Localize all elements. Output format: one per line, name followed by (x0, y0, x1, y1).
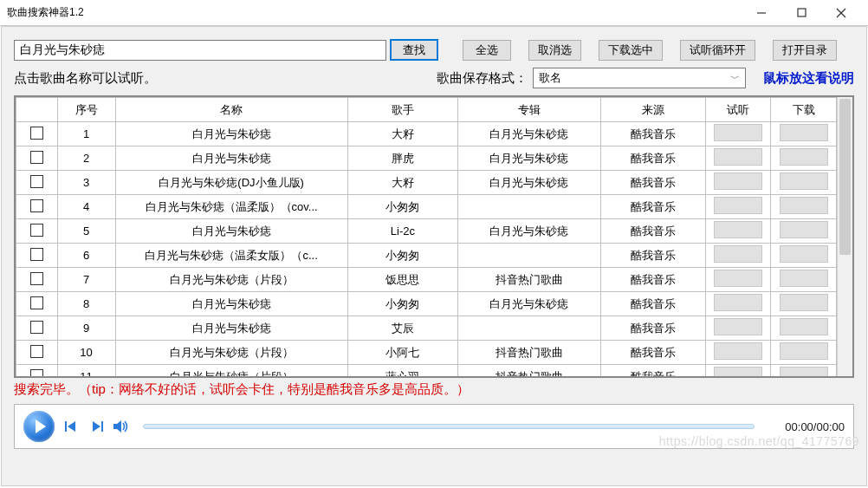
cell-name[interactable]: 白月光与朱砂痣（片段） (115, 268, 347, 292)
cell-album (458, 244, 600, 268)
instructions-link[interactable]: 鼠标放这看说明 (763, 70, 854, 87)
preview-button[interactable] (714, 367, 762, 376)
cell-name[interactable]: 白月光与朱砂痣 (115, 292, 347, 316)
preview-button[interactable] (714, 270, 762, 287)
click-hint: 点击歌曲名称可以试听。 (14, 70, 157, 87)
cell-name[interactable]: 白月光与朱砂痣 (115, 219, 347, 244)
svg-rect-4 (65, 421, 67, 432)
cell-name[interactable]: 白月光与朱砂痣 (115, 122, 347, 146)
close-button[interactable] (821, 0, 861, 26)
cell-idx: 2 (57, 146, 115, 171)
format-select[interactable]: 歌名 ﹀ (533, 68, 746, 88)
open-dir-button[interactable]: 打开目录 (773, 40, 837, 61)
preview-button[interactable] (714, 148, 762, 166)
cell-name[interactable]: 白月光与朱砂痣（温柔女版）（c... (115, 244, 347, 268)
cell-name[interactable]: 白月光与朱砂痣（片段） (115, 341, 347, 365)
play-button[interactable] (23, 411, 55, 442)
cell-idx: 8 (57, 292, 115, 316)
cell-source: 酷我音乐 (600, 195, 705, 219)
download-selected-button[interactable]: 下载选中 (599, 40, 663, 61)
table-row: 9白月光与朱砂痣艾辰酷我音乐 (16, 316, 837, 341)
cell-source: 酷我音乐 (600, 292, 705, 316)
table-row: 10白月光与朱砂痣（片段）小阿七抖音热门歌曲酷我音乐 (16, 341, 837, 365)
cell-source: 酷我音乐 (600, 268, 705, 292)
row-checkbox[interactable] (30, 296, 43, 309)
download-button[interactable] (780, 124, 828, 141)
table-header-row: 序号 名称 歌手 专辑 来源 试听 下载 (16, 98, 837, 122)
volume-button[interactable] (113, 420, 131, 433)
row-checkbox[interactable] (30, 224, 43, 237)
preview-button[interactable] (714, 197, 762, 214)
cell-idx: 1 (57, 122, 115, 146)
minimize-icon (756, 8, 767, 18)
cell-album: 白月光与朱砂痣 (458, 219, 600, 244)
next-track-button[interactable] (87, 417, 107, 436)
row-checkbox[interactable] (30, 199, 43, 212)
minimize-button[interactable] (742, 0, 781, 26)
download-button[interactable] (780, 148, 828, 166)
preview-button[interactable] (714, 172, 762, 190)
cell-name[interactable]: 白月光与朱砂痣 (115, 146, 347, 171)
deselect-all-button[interactable]: 取消选 (528, 40, 581, 61)
download-button[interactable] (780, 342, 828, 360)
download-button[interactable] (780, 294, 828, 311)
col-idx: 序号 (57, 98, 115, 122)
status-text: 搜索完毕。（tip：网络不好的话，试听会卡住，特别是酷我音乐多是高品质。） (14, 381, 854, 399)
seek-slider[interactable] (143, 424, 755, 429)
results-table-wrap: 序号 名称 歌手 专辑 来源 试听 下载 1白月光与朱砂痣大籽白月光与朱砂痣酷我… (14, 95, 854, 378)
cell-artist: 小阿七 (347, 341, 458, 365)
row-checkbox[interactable] (30, 272, 43, 285)
download-button[interactable] (780, 367, 828, 376)
cell-source: 酷我音乐 (600, 146, 705, 171)
col-artist: 歌手 (347, 98, 458, 122)
next-icon (91, 420, 103, 433)
preview-button[interactable] (714, 245, 762, 263)
download-button[interactable] (780, 172, 828, 190)
maximize-button[interactable] (781, 0, 821, 26)
svg-marker-6 (93, 421, 100, 432)
cell-name[interactable]: 白月光与朱砂痣 (115, 316, 347, 341)
select-all-button[interactable]: 全选 (463, 40, 511, 61)
cell-album (458, 195, 600, 219)
search-button[interactable]: 查找 (390, 39, 438, 61)
preview-button[interactable] (714, 318, 762, 335)
format-label: 歌曲保存格式： (437, 70, 528, 87)
row-checkbox[interactable] (30, 248, 43, 261)
scroll-thumb[interactable] (839, 99, 851, 255)
cell-name[interactable]: 白月光与朱砂痣（片段） (115, 365, 347, 377)
cell-album: 抖音热门歌曲 (458, 268, 600, 292)
cell-source: 酷我音乐 (600, 316, 705, 341)
prev-track-button[interactable] (62, 417, 81, 436)
download-button[interactable] (780, 318, 828, 335)
cell-artist: 小匆匆 (347, 292, 458, 316)
row-checkbox[interactable] (30, 127, 43, 140)
cell-artist: 大籽 (347, 122, 458, 146)
cell-album (458, 316, 600, 341)
row-checkbox[interactable] (30, 175, 43, 188)
preview-button[interactable] (714, 221, 762, 238)
download-button[interactable] (780, 245, 828, 263)
search-input[interactable] (14, 40, 386, 61)
download-button[interactable] (780, 270, 828, 287)
download-button[interactable] (780, 221, 828, 238)
cell-album: 抖音热门歌曲 (458, 365, 600, 377)
cell-name[interactable]: 白月光与朱砂痣（温柔版）（cov... (115, 195, 347, 219)
preview-button[interactable] (714, 342, 762, 360)
row-checkbox[interactable] (30, 151, 43, 164)
titlebar: 歌曲搜索神器1.2 (0, 0, 868, 26)
preview-loop-button[interactable]: 试听循环开 (680, 40, 755, 61)
table-row: 3白月光与朱砂痣(DJ小鱼儿版)大籽白月光与朱砂痣酷我音乐 (16, 171, 837, 195)
cell-name[interactable]: 白月光与朱砂痣(DJ小鱼儿版) (115, 171, 347, 195)
table-row: 2白月光与朱砂痣胖虎白月光与朱砂痣酷我音乐 (16, 146, 837, 171)
preview-button[interactable] (714, 294, 762, 311)
preview-button[interactable] (714, 124, 762, 141)
row-checkbox[interactable] (30, 321, 43, 334)
row-checkbox[interactable] (30, 345, 43, 358)
cell-idx: 6 (57, 244, 115, 268)
vertical-scrollbar[interactable] (837, 97, 852, 376)
time-display: 00:00/00:00 (767, 420, 845, 433)
download-button[interactable] (780, 197, 828, 214)
row-checkbox[interactable] (30, 369, 43, 377)
cell-artist: 艾辰 (347, 316, 458, 341)
cell-album: 白月光与朱砂痣 (458, 292, 600, 316)
